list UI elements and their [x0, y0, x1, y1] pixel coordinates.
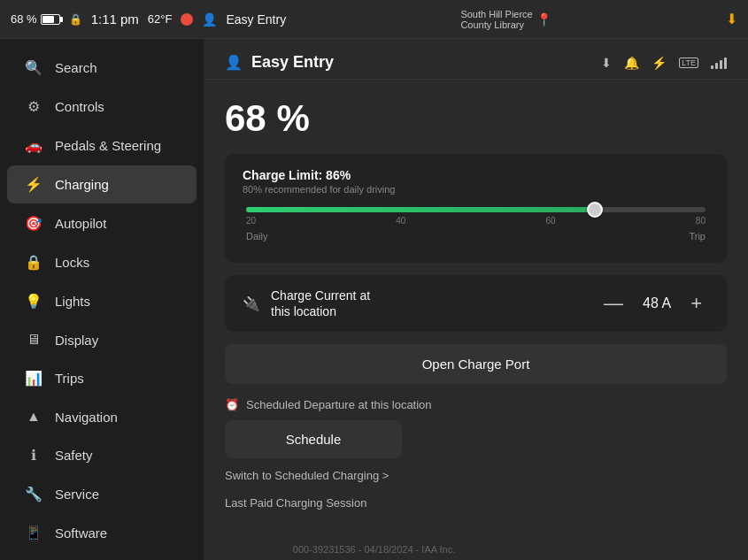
- charge-plug-icon: 🔌: [243, 295, 260, 312]
- sidebar-label-locks: Locks: [55, 255, 89, 270]
- sidebar-item-display[interactable]: 🖥 Display: [7, 321, 197, 358]
- battery-indicator: 68 %: [11, 12, 60, 26]
- sidebar-label-display: Display: [55, 333, 98, 348]
- sidebar-item-locks[interactable]: 🔒 Locks: [7, 243, 197, 281]
- sidebar-item-service[interactable]: 🔧 Service: [7, 475, 197, 513]
- battery-icon: [41, 14, 60, 25]
- bluetooth-icon[interactable]: ⚡: [652, 56, 667, 70]
- sidebar: 🔍 Search ⚙ Controls 🚗 Pedals & Steering …: [0, 39, 204, 560]
- clock: 1:11 pm: [91, 12, 139, 27]
- charge-limit-card: Charge Limit: 86% 80% recommended for da…: [225, 154, 727, 263]
- charge-current-value: 48 A: [643, 295, 671, 311]
- sidebar-label-software: Software: [55, 525, 107, 541]
- open-charge-port-button[interactable]: Open Charge Port: [225, 344, 727, 384]
- location-pin-icon: 📍: [536, 12, 551, 27]
- content-body: 68 % Charge Limit: 86% 80% recommended f…: [204, 80, 748, 539]
- slider-fill: [246, 207, 595, 212]
- last-session-label: Last Paid Charging Session: [225, 496, 366, 510]
- sidebar-label-safety: Safety: [55, 448, 93, 463]
- sidebar-label-pedals: Pedals & Steering: [55, 138, 161, 153]
- sidebar-label-service: Service: [55, 487, 99, 502]
- content-header: 👤 Easy Entry ⬇ 🔔 ⚡ LTE: [204, 39, 748, 80]
- trips-icon: 📊: [25, 370, 42, 387]
- pedals-icon: 🚗: [25, 137, 42, 154]
- sidebar-item-software[interactable]: 📱 Software: [7, 514, 197, 552]
- charge-slider-area[interactable]: 20 40 60 80 Daily Trip: [243, 207, 709, 242]
- scheduled-departure-label: ⏰ Scheduled Departure at this location: [225, 398, 727, 411]
- locks-icon: 🔒: [25, 254, 42, 271]
- clock-icon: ⏰: [225, 398, 239, 411]
- lock-icon: 🔒: [69, 13, 82, 26]
- download-icon[interactable]: ⬇: [601, 56, 612, 70]
- battery-percent-label: 68 %: [11, 12, 37, 26]
- sidebar-label-navigation: Navigation: [55, 410, 118, 425]
- slider-labels: Daily Trip: [246, 231, 706, 242]
- charge-current-controls: — 48 A +: [597, 288, 709, 318]
- scheduled-departure-section: ⏰ Scheduled Departure at this location S…: [225, 398, 727, 510]
- schedule-button[interactable]: Schedule: [225, 420, 402, 458]
- sidebar-item-autopilot[interactable]: 🎯 Autopilot: [7, 204, 197, 242]
- signal-bars: [711, 57, 727, 69]
- switch-to-scheduled-link[interactable]: Switch to Scheduled Charging >: [225, 469, 727, 482]
- sidebar-label-autopilot: Autopilot: [55, 216, 106, 231]
- charging-icon: ⚡: [25, 176, 42, 193]
- location-name: South Hill Pierce County Library: [460, 9, 532, 30]
- increase-current-button[interactable]: +: [683, 288, 709, 318]
- status-bar: 68 % 🔒 1:11 pm 62°F 👤 Easy Entry South H…: [0, 0, 748, 39]
- sidebar-item-controls[interactable]: ⚙ Controls: [7, 88, 197, 126]
- charge-current-label: Charge Current atthis location: [271, 288, 586, 319]
- slider-thumb[interactable]: [587, 202, 603, 218]
- content-panel: 👤 Easy Entry ⬇ 🔔 ⚡ LTE 68 % Charge Lim: [204, 39, 748, 560]
- sidebar-label-charging: Charging: [55, 177, 109, 192]
- software-icon: 📱: [25, 525, 42, 541]
- temperature: 62°F: [148, 12, 173, 26]
- header-profile-icon: 👤: [225, 54, 243, 71]
- decrease-current-button[interactable]: —: [597, 288, 630, 318]
- sidebar-item-pedals[interactable]: 🚗 Pedals & Steering: [7, 127, 197, 165]
- watermark: 000-39231536 - 04/18/2024 - IAA Inc.: [293, 544, 455, 555]
- sidebar-label-trips: Trips: [55, 371, 84, 386]
- safety-icon: ℹ: [25, 447, 42, 464]
- service-icon: 🔧: [25, 486, 42, 502]
- header-icons: ⬇ 🔔 ⚡ LTE: [601, 56, 727, 70]
- profile-icon[interactable]: 👤: [202, 12, 217, 27]
- easy-entry-status: Easy Entry: [226, 12, 286, 27]
- bell-icon[interactable]: 🔔: [624, 56, 639, 70]
- sidebar-item-lights[interactable]: 💡 Lights: [7, 282, 197, 320]
- sidebar-item-charging[interactable]: ⚡ Charging: [7, 165, 197, 203]
- navigation-icon: ▲: [25, 409, 42, 425]
- charge-current-row: 🔌 Charge Current atthis location — 48 A …: [225, 275, 727, 332]
- controls-icon: ⚙: [25, 98, 42, 115]
- download-icon-top[interactable]: ⬇: [726, 11, 737, 27]
- charge-limit-sub: 80% recommended for daily driving: [243, 184, 709, 195]
- sidebar-item-safety[interactable]: ℹ Safety: [7, 436, 197, 474]
- sidebar-item-navigation[interactable]: ▲ Navigation: [7, 398, 197, 435]
- location-bar: South Hill Pierce County Library 📍: [295, 9, 717, 30]
- sidebar-label-controls: Controls: [55, 99, 104, 114]
- charge-limit-label: Charge Limit: 86%: [243, 168, 709, 182]
- display-icon: 🖥: [25, 332, 42, 348]
- slider-track[interactable]: [246, 207, 706, 212]
- main-battery-percent: 68 %: [225, 97, 727, 140]
- slider-ticks: 20 40 60 80: [246, 216, 706, 226]
- lights-icon: 💡: [25, 293, 42, 310]
- main-layout: 🔍 Search ⚙ Controls 🚗 Pedals & Steering …: [0, 39, 748, 560]
- sidebar-item-search[interactable]: 🔍 Search: [7, 49, 197, 87]
- record-indicator: [181, 13, 193, 26]
- autopilot-icon: 🎯: [25, 215, 42, 232]
- sidebar-label-search: Search: [55, 60, 97, 75]
- sidebar-item-trips[interactable]: 📊 Trips: [7, 359, 197, 397]
- search-icon: 🔍: [25, 59, 42, 76]
- lte-badge: LTE: [679, 58, 698, 68]
- sidebar-label-lights: Lights: [55, 294, 90, 309]
- content-title: Easy Entry: [251, 53, 334, 72]
